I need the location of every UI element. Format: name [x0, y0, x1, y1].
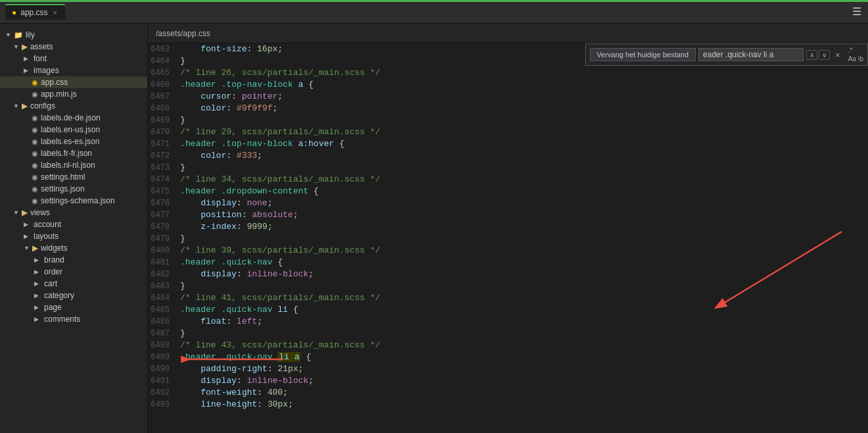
aa-option: Aa \b	[848, 55, 863, 63]
json-file-icon: ◉	[32, 197, 38, 205]
json-file-icon: ◉	[32, 126, 38, 134]
editor-path-bar: /assets/app.css	[148, 24, 868, 43]
sidebar-item-cart[interactable]: ▶ cart	[0, 278, 147, 290]
sidebar-item-label: labels.fr-fr.json	[41, 149, 92, 158]
sidebar-item-label: page	[44, 303, 62, 312]
arrow-right-icon: ▶	[24, 233, 28, 240]
tab-close-button[interactable]: ×	[52, 9, 59, 16]
sidebar-item-labels-fr[interactable]: ◉ labels.fr-fr.json	[0, 147, 147, 159]
sidebar: ▼ 📁 lily ▼ ▶ assets ▶ font ▶ images ◉ ap…	[0, 24, 148, 433]
sidebar-item-brand[interactable]: ▶ brand	[0, 254, 147, 266]
main-layout: ▼ 📁 lily ▼ ▶ assets ▶ font ▶ images ◉ ap…	[0, 24, 868, 433]
code-editor[interactable]: 6463 font-size: 16px; 6464 } 6465 /* lin…	[148, 43, 868, 433]
sidebar-item-account[interactable]: ▶ account	[0, 218, 147, 230]
code-line-6474: 6474 /* line 34, scss/partials/_main.scs…	[148, 174, 868, 186]
arrow-down-icon: ▼	[13, 43, 19, 50]
sidebar-item-configs[interactable]: ▼ ▶ configs	[0, 100, 147, 112]
code-line-6482: 6482 display: inline-block;	[148, 268, 868, 280]
tab-app-css[interactable]: ● app.css ×	[5, 4, 65, 20]
sidebar-item-page[interactable]: ▶ page	[0, 301, 147, 313]
folder-icon: ▶	[22, 42, 28, 51]
sidebar-item-settings-schema[interactable]: ◉ settings-schema.json	[0, 195, 147, 207]
sidebar-item-views[interactable]: ▼ ▶ views	[0, 207, 147, 218]
editor-area: /assets/app.css Vervang het huidige best…	[148, 24, 868, 433]
json-file-icon: ◉	[32, 161, 38, 170]
folder-icon: ▶	[22, 101, 28, 111]
arrow-icon: ▼	[5, 32, 11, 38]
arrow-right-icon: ▶	[24, 67, 28, 74]
json-file-icon: ◉	[32, 138, 38, 146]
arrow-right-icon: ▶	[24, 55, 28, 62]
html-file-icon: ◉	[32, 173, 38, 182]
js-file-icon: ◉	[32, 90, 38, 99]
sidebar-item-label: settings.html	[41, 172, 85, 182]
hamburger-icon[interactable]: ☰	[852, 5, 861, 18]
code-line-6485: 6485 .header .quick-nav li {	[148, 304, 868, 316]
json-file-icon: ◉	[32, 149, 38, 158]
arrow-right-icon: ▶	[34, 316, 39, 322]
arrow-right-icon: ▶	[24, 221, 28, 228]
code-line-6492: 6492 font-weight: 400;	[148, 387, 868, 399]
code-line-6467: 6467 cursor: pointer;	[148, 91, 868, 103]
sidebar-item-category[interactable]: ▶ category	[0, 290, 147, 301]
folder-icon: 📁	[14, 31, 23, 39]
folder-icon: ▶	[22, 208, 28, 217]
find-input[interactable]	[698, 48, 804, 61]
find-widget: Vervang het huidige bestand ∧ ∨ × .* Aa …	[585, 43, 868, 66]
tab-label: app.css	[20, 8, 47, 17]
arrow-right-icon: ▶	[34, 280, 39, 287]
code-line-6470: 6470 /* line 29, scss/partials/_main.scs…	[148, 126, 868, 138]
sidebar-item-labels-en[interactable]: ◉ labels.en-us.json	[0, 124, 147, 136]
css-file-icon: ◉	[32, 78, 38, 87]
arrow-right-icon: ▶	[34, 268, 39, 275]
code-line-6493: 6493 line-height: 30px;	[148, 399, 868, 411]
code-line-6489: 6489 .header .quick-nav li a {	[148, 351, 868, 363]
sidebar-item-order[interactable]: ▶ order	[0, 266, 147, 278]
code-line-6473: 6473 }	[148, 162, 868, 174]
json-file-icon: ◉	[32, 114, 38, 122]
code-line-6483: 6483 }	[148, 280, 868, 292]
sidebar-root-label: lily	[26, 30, 35, 39]
sidebar-item-images[interactable]: ▶ images	[0, 64, 147, 76]
code-line-6479: 6479 }	[148, 233, 868, 245]
folder-icon: ▶	[32, 243, 38, 253]
sidebar-item-label: cart	[44, 279, 57, 288]
find-options: ∧ ∨	[806, 50, 830, 60]
sidebar-item-layouts[interactable]: ▶ layouts	[0, 230, 147, 242]
code-line-6472: 6472 color: #333;	[148, 150, 868, 162]
sidebar-root-lily[interactable]: ▼ 📁 lily	[0, 29, 147, 41]
arrow-down-icon: ▼	[13, 209, 19, 216]
sidebar-item-labels-de[interactable]: ◉ labels.de-de.json	[0, 112, 147, 124]
sidebar-item-label: settings-schema.json	[41, 196, 115, 205]
find-extra-options: .* Aa \b	[846, 47, 863, 63]
sidebar-item-font[interactable]: ▶ font	[0, 53, 147, 64]
sidebar-item-assets[interactable]: ▼ ▶ assets	[0, 41, 147, 53]
code-line-6486: 6486 float: left;	[148, 316, 868, 328]
sidebar-item-comments[interactable]: ▶ comments	[0, 313, 147, 325]
code-line-6466: 6466 .header .top-nav-block a {	[148, 79, 868, 91]
sidebar-item-label: layouts	[34, 232, 59, 241]
sidebar-item-label: labels.en-us.json	[41, 125, 100, 134]
code-line-6471: 6471 .header .top-nav-block a:hover {	[148, 138, 868, 150]
sidebar-item-settings-json[interactable]: ◉ settings.json	[0, 183, 147, 195]
sidebar-item-label: assets	[30, 42, 53, 51]
find-down-button[interactable]: ∨	[819, 50, 830, 60]
sidebar-item-labels-nl[interactable]: ◉ labels.nl-nl.json	[0, 159, 147, 171]
tab-css-icon: ●	[12, 8, 16, 17]
sidebar-item-labels-es[interactable]: ◉ labels.es-es.json	[0, 136, 147, 147]
code-line-6478: 6478 z-index: 9999;	[148, 221, 868, 233]
sidebar-item-label: images	[34, 66, 59, 75]
sidebar-item-settings-html[interactable]: ◉ settings.html	[0, 171, 147, 183]
find-up-button[interactable]: ∧	[806, 50, 817, 60]
sidebar-item-app-min-js[interactable]: ◉ app.min.js	[0, 88, 147, 100]
sidebar-item-label: configs	[30, 101, 55, 111]
sidebar-item-label: widgets	[41, 243, 68, 253]
replace-button[interactable]: Vervang het huidige bestand	[590, 48, 696, 61]
sidebar-item-label: labels.nl-nl.json	[41, 161, 95, 170]
topbar: ● app.css × ☰	[0, 0, 868, 24]
sidebar-item-label: category	[44, 291, 74, 300]
sidebar-item-app-css[interactable]: ◉ app.css	[0, 76, 147, 88]
find-close-button[interactable]: ×	[832, 50, 843, 60]
green-accent-bar	[0, 0, 868, 2]
sidebar-item-widgets[interactable]: ▼ ▶ widgets	[0, 242, 147, 254]
